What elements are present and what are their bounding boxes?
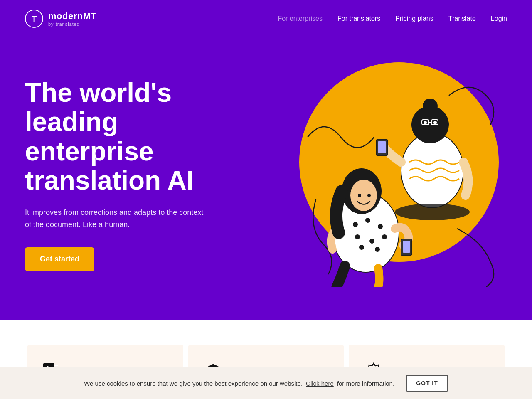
logo-area[interactable]: T modernMT by translated (25, 10, 96, 28)
nav-for-translators[interactable]: For translators (337, 15, 380, 22)
nav-translate[interactable]: Translate (448, 15, 476, 22)
hero-text: The world's leading enterprise translati… (25, 78, 241, 271)
svg-point-16 (369, 239, 374, 244)
svg-point-19 (375, 247, 380, 252)
svg-point-2 (423, 99, 438, 113)
svg-point-12 (353, 222, 358, 227)
svg-point-25 (367, 194, 371, 197)
logo-subtitle: by translated (48, 22, 96, 27)
nav-link-translators[interactable]: For translators (337, 15, 380, 22)
hero-title: The world's leading enterprise translati… (25, 78, 241, 195)
navbar: T modernMT by translated For enterprises… (0, 0, 532, 37)
svg-point-17 (382, 234, 387, 239)
nav-link-translate[interactable]: Translate (448, 15, 476, 22)
svg-point-24 (358, 194, 361, 197)
nav-link-enterprises[interactable]: For enterprises (278, 15, 323, 22)
nav-for-enterprises[interactable]: For enterprises (278, 15, 323, 22)
svg-point-3 (424, 121, 427, 124)
nav-link-login[interactable]: Login (491, 15, 507, 22)
cookie-link[interactable]: Click here (306, 380, 334, 387)
hero-illustration-svg (274, 54, 507, 287)
nav-pricing-plans[interactable]: Pricing plans (395, 15, 433, 22)
cookie-message: We use cookies to ensure that we give yo… (84, 380, 303, 387)
logo-text: modernMT by translated (48, 11, 96, 27)
svg-point-14 (378, 224, 383, 229)
cookie-after-link: for more information. (337, 380, 394, 387)
svg-point-4 (433, 121, 437, 124)
get-started-button[interactable]: Get started (25, 247, 94, 271)
svg-rect-21 (403, 241, 410, 253)
svg-point-15 (355, 234, 360, 239)
hero-illustration (241, 71, 507, 278)
got-it-button[interactable]: GOT IT (406, 375, 448, 392)
svg-point-18 (359, 245, 364, 250)
hero-subtitle: It improves from corrections and adapts … (25, 207, 208, 231)
svg-point-10 (395, 204, 470, 220)
svg-point-23 (350, 180, 377, 211)
svg-point-13 (365, 218, 370, 223)
nav-login[interactable]: Login (491, 15, 507, 22)
hero-section: The world's leading enterprise translati… (0, 37, 532, 320)
logo-icon: T (25, 10, 43, 28)
nav-link-pricing[interactable]: Pricing plans (395, 15, 433, 22)
logo-name: modernMT (48, 11, 96, 22)
svg-rect-9 (378, 141, 386, 153)
cookie-banner: We use cookies to ensure that we give yo… (0, 367, 532, 399)
nav-links: For enterprises For translators Pricing … (278, 15, 507, 22)
